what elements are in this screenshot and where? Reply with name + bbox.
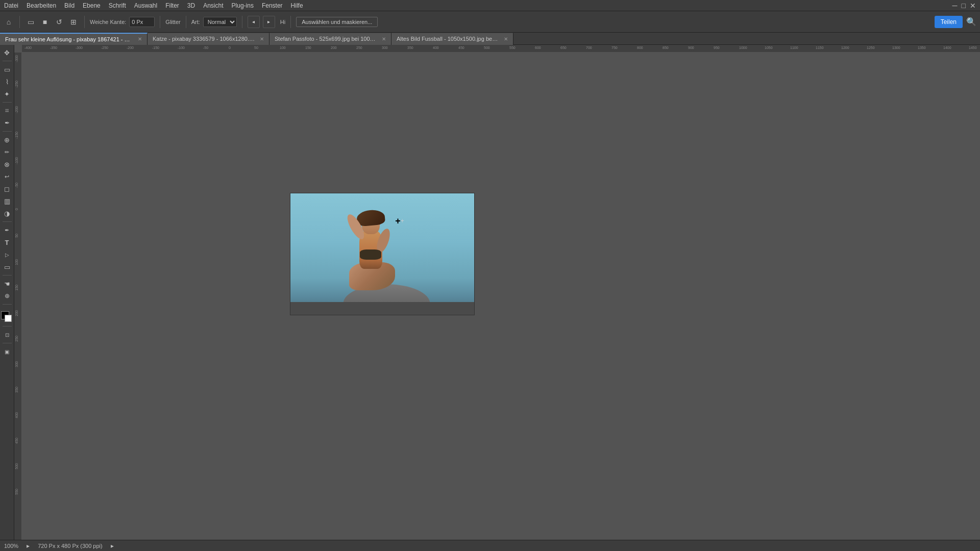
eyedropper-tool[interactable]: ✒	[2, 117, 13, 129]
mode-select[interactable]: Normal	[203, 17, 237, 27]
menu-3d[interactable]: 3D	[187, 2, 195, 9]
toolbar-separator-2	[84, 16, 85, 28]
healing-tool[interactable]: ⊕	[2, 134, 13, 145]
tool-separator-1	[3, 61, 12, 61]
menu-plugins[interactable]: Plug-ins	[232, 2, 254, 9]
status-expand-arrow[interactable]: ▸	[27, 542, 30, 549]
hand-tool[interactable]: ☚	[2, 278, 13, 289]
transform-icon[interactable]: ⊞	[68, 16, 79, 28]
quick-select-tool[interactable]: ✦	[2, 88, 13, 99]
history-brush-tool[interactable]: ↩	[2, 171, 13, 182]
tab-fussball-close[interactable]: ✕	[504, 36, 508, 42]
tool-separator-6	[3, 304, 12, 305]
search-icon[interactable]: 🔍	[966, 16, 977, 28]
toolbar: ⌂ ▭ ■ ↺ ⊞ Weiche Kante: Glitter Art: Nor…	[0, 11, 980, 33]
restore-button[interactable]: □	[962, 2, 966, 10]
eraser-tool[interactable]: ◻	[2, 183, 13, 194]
art-label: Art:	[191, 19, 200, 25]
marquee-tool[interactable]: ▭	[2, 64, 13, 75]
soft-edges-input[interactable]	[129, 17, 155, 27]
status-nav-arrow[interactable]: ▸	[111, 542, 114, 549]
tab-katze-label: Katze - pixabay 3336579 - 1066x1280.jpg …	[153, 36, 255, 42]
home-icon[interactable]: ⌂	[3, 16, 14, 28]
path-selection-tool[interactable]: ▷	[2, 249, 13, 260]
hi-label: Hi	[280, 19, 285, 25]
canvas-container: +	[290, 193, 475, 315]
tabs-bar: Frau sehr kleine Auflösung - pixabay 186…	[0, 33, 980, 45]
pen-tool[interactable]: ✒	[2, 224, 13, 236]
minimize-button[interactable]: ─	[952, 2, 958, 10]
tool-separator-3	[3, 131, 12, 132]
main-area: ✥ ▭ ⌇ ✦ ⌗ ✒ ⊕ ✏ ⊗ ↩ ◻ ▥ ◑ ✒ T ▷ ▭ ☚ ⊕ ⊡ …	[0, 45, 980, 540]
tab-frau[interactable]: Frau sehr kleine Auflösung - pixabay 186…	[0, 33, 148, 45]
horizontal-ruler: -400 -350 -300 -250 -200 -150 -100 -50 0…	[22, 45, 980, 53]
vertical-ruler: -300 -250 -200 -150 -100 -50 0 50 100 15…	[14, 53, 22, 540]
tab-frau-label: Frau sehr kleine Auflösung - pixabay 186…	[5, 36, 133, 42]
text-tool[interactable]: T	[2, 237, 13, 248]
opacity-plus[interactable]: ▸	[263, 16, 275, 28]
opacity-minus[interactable]: ◂	[248, 16, 260, 28]
menu-datei[interactable]: Datei	[4, 2, 18, 9]
left-toolbar: ✥ ▭ ⌇ ✦ ⌗ ✒ ⊕ ✏ ⊗ ↩ ◻ ▥ ◑ ✒ T ▷ ▭ ☚ ⊕ ⊡ …	[0, 45, 14, 540]
soft-edges-label: Weiche Kante:	[90, 19, 126, 25]
tool-separator-5	[3, 275, 12, 276]
menu-schrift[interactable]: Schrift	[109, 2, 126, 9]
zoom-tool[interactable]: ⊕	[2, 290, 13, 302]
toolbar-separator-5	[242, 16, 242, 28]
shape-tool[interactable]: ▭	[2, 261, 13, 272]
foreground-color[interactable]	[1, 311, 9, 319]
toolbar-separator-1	[19, 16, 20, 28]
menu-hilfe[interactable]: Hilfe	[291, 2, 303, 9]
tool-separator-4	[3, 221, 12, 222]
share-button[interactable]: Teilen	[935, 16, 963, 28]
toolbar-separator-4	[186, 16, 186, 28]
background-color[interactable]	[5, 315, 12, 322]
image-dimensions: 720 Px x 480 Px (300 ppi)	[38, 543, 103, 549]
tab-stefan-close[interactable]: ✕	[382, 36, 386, 42]
toolbar-separator-3	[160, 16, 160, 28]
gradient-tool[interactable]: ▥	[2, 195, 13, 207]
statusbar: 100% ▸ 720 Px x 480 Px (300 ppi) ▸	[0, 540, 980, 551]
menu-ebene[interactable]: Ebene	[83, 2, 101, 9]
toolbar-separator-6	[290, 16, 291, 28]
screen-mode-tool[interactable]: ▣	[2, 346, 13, 357]
menu-auswahl[interactable]: Auswahl	[134, 2, 157, 9]
close-button[interactable]: ✕	[970, 2, 976, 10]
tab-fussball-label: Altes Bild Fussball - 1050x1500.jpg bei …	[397, 36, 499, 42]
tool-separator-7	[3, 326, 12, 327]
figure-hair	[356, 209, 385, 227]
tab-katze-close[interactable]: ✕	[260, 36, 264, 42]
crosshair-cursor: +	[395, 216, 404, 226]
menu-ansicht[interactable]: Ansicht	[203, 2, 223, 9]
tab-stefan[interactable]: Stefan Passfoto - 525x699.jpg bei 100% (…	[270, 33, 391, 45]
menu-bearbeiten[interactable]: Bearbeiten	[27, 2, 56, 9]
clone-stamp-tool[interactable]: ⊗	[2, 159, 13, 170]
tab-fussball[interactable]: Altes Bild Fussball - 1050x1500.jpg bei …	[391, 33, 513, 45]
select-square-icon[interactable]: ■	[39, 16, 51, 28]
crop-tool[interactable]: ⌗	[2, 105, 13, 116]
figure-bikini-top	[360, 249, 381, 260]
color-swatches[interactable]	[1, 309, 13, 321]
blur-tool[interactable]: ◑	[2, 208, 13, 219]
rotate-icon[interactable]: ↺	[54, 16, 65, 28]
rect-select-icon[interactable]: ▭	[25, 16, 36, 28]
tab-katze[interactable]: Katze - pixabay 3336579 - 1066x1280.jpg …	[148, 33, 270, 45]
canvas-area[interactable]: -400 -350 -300 -250 -200 -150 -100 -50 0…	[14, 45, 980, 540]
tab-stefan-label: Stefan Passfoto - 525x699.jpg bei 100% (…	[275, 36, 377, 42]
canvas-image: +	[290, 193, 475, 315]
move-tool[interactable]: ✥	[2, 47, 13, 58]
zoom-level: 100%	[4, 543, 18, 549]
quick-mask-tool[interactable]: ⊡	[2, 329, 13, 340]
lasso-tool[interactable]: ⌇	[2, 76, 13, 87]
select-and-mask-button[interactable]: Auswählen und maskieren...	[296, 17, 378, 27]
tab-frau-close[interactable]: ✕	[138, 36, 142, 42]
menu-fenster[interactable]: Fenster	[262, 2, 283, 9]
ground-element	[290, 302, 474, 315]
tool-separator-8	[3, 343, 12, 343]
brush-tool[interactable]: ✏	[2, 146, 13, 158]
menu-filter[interactable]: Filter	[165, 2, 179, 9]
tool-separator-2	[3, 102, 12, 103]
glitter-label: Glitter	[165, 19, 180, 25]
menu-bild[interactable]: Bild	[64, 2, 75, 9]
menubar: Datei Bearbeiten Bild Ebene Schrift Ausw…	[0, 0, 980, 11]
